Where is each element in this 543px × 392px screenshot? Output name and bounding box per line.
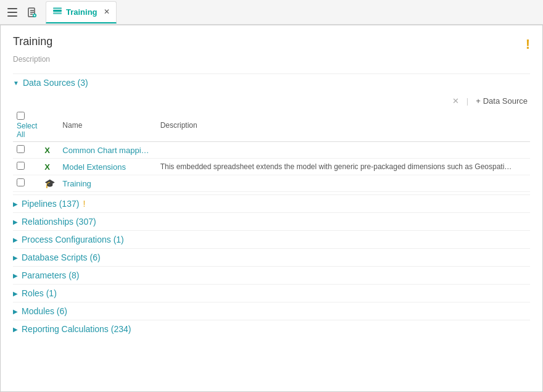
delete-source-button[interactable]: ✕ (450, 95, 462, 107)
section-label: Database Scripts (6) (22, 252, 101, 262)
section-header[interactable]: ▶ Pipelines (137) ! (13, 194, 530, 212)
chevron-right-icon: ▶ (13, 254, 18, 261)
row-checkbox[interactable] (17, 145, 25, 153)
section-label: Modules (6) (22, 306, 67, 316)
section-header[interactable]: ▶ Database Scripts (6) (13, 248, 530, 266)
add-source-button[interactable]: + Data Source (473, 95, 530, 107)
toolbar-divider: | (466, 96, 468, 106)
section-label: Roles (1) (22, 288, 57, 298)
svg-rect-1 (7, 12, 17, 13)
row-checkbox[interactable] (17, 178, 25, 186)
description-col-header: Description (157, 109, 530, 142)
source-description (157, 175, 530, 192)
section-header[interactable]: ▶ Parameters (8) (13, 266, 530, 284)
data-sources-section: ▼ Data Sources (3) ✕ | + Data Source Sel… (13, 73, 530, 192)
source-description: This embedded spreadsheet extends the mo… (157, 159, 530, 175)
other-sections: ▶ Pipelines (137) ! ▶ Relationships (307… (13, 194, 530, 338)
source-description (157, 142, 530, 159)
page-title: Training (13, 35, 52, 48)
warning-icon: ! (526, 36, 530, 52)
data-sources-toggle[interactable]: ▼ Data Sources (3) (13, 74, 530, 91)
icon-col-header (41, 109, 59, 142)
section-header[interactable]: ▶ Relationships (307) (13, 212, 530, 230)
source-name-link[interactable]: Model Extensions (62, 162, 126, 172)
chevron-right-icon: ▶ (13, 201, 18, 207)
excel-icon: X (44, 146, 50, 155)
section-label: Pipelines (137) (22, 199, 79, 209)
main-content: Training ! Description ▼ Data Sources (3… (0, 25, 543, 392)
row-checkbox[interactable] (17, 162, 25, 170)
chevron-right-icon: ▶ (13, 326, 18, 333)
tab-close-button[interactable]: ✕ (104, 7, 110, 16)
section-badge: ! (83, 199, 85, 209)
data-sources-label: Data Sources (3) (23, 78, 88, 88)
chevron-right-icon: ▶ (13, 272, 18, 279)
page-title-row: Training ! (13, 35, 530, 52)
select-all-label[interactable]: Select All (17, 122, 37, 139)
add-source-label: Data Source (483, 96, 528, 106)
new-file-icon[interactable] (23, 4, 41, 21)
svg-rect-2 (7, 15, 17, 17)
svg-rect-11 (53, 7, 62, 9)
delete-icon: ✕ (452, 96, 459, 106)
page-description: Description (13, 55, 530, 64)
chevron-down-icon: ▼ (13, 80, 19, 86)
select-all-header: Select All (13, 109, 41, 142)
section-header[interactable]: ▶ Reporting Calculations (234) (13, 320, 530, 338)
data-sources-table: Select All Name Description XCommon Char… (13, 109, 530, 192)
svg-rect-0 (7, 8, 17, 9)
svg-rect-10 (53, 10, 62, 12)
section-label: Relationships (307) (22, 217, 96, 227)
section-label: Reporting Calculations (234) (22, 324, 131, 334)
tab-stack-icon (52, 7, 62, 17)
section-label: Process Configurations (1) (22, 235, 124, 244)
table-row: 🎓Training (13, 175, 530, 192)
training-tab[interactable]: Training ✕ (46, 1, 117, 23)
chevron-right-icon: ▶ (13, 308, 18, 315)
section-header[interactable]: ▶ Modules (6) (13, 302, 530, 320)
chevron-right-icon: ▶ (13, 236, 18, 243)
table-row: XCommon Chart mappi… (13, 142, 530, 159)
chevron-right-icon: ▶ (13, 219, 18, 225)
section-header[interactable]: ▶ Process Configurations (1) (13, 230, 530, 248)
source-name-link[interactable]: Common Chart mappi… (62, 146, 149, 155)
plus-icon: + (476, 96, 481, 106)
chevron-right-icon: ▶ (13, 290, 18, 297)
section-header[interactable]: ▶ Roles (1) (13, 284, 530, 302)
top-bar: Training ✕ (0, 0, 543, 25)
graduation-icon: 🎓 (44, 178, 55, 188)
select-all-checkbox[interactable] (17, 112, 25, 120)
svg-rect-12 (53, 12, 62, 14)
source-name-link[interactable]: Training (62, 179, 91, 188)
ds-toolbar: ✕ | + Data Source (13, 91, 530, 109)
table-row: XModel ExtensionsThis embedded spreadshe… (13, 159, 530, 175)
name-col-header: Name (59, 109, 156, 142)
excel-icon: X (44, 162, 50, 172)
menu-icon[interactable] (4, 4, 21, 21)
section-label: Parameters (8) (22, 270, 79, 280)
tab-label: Training (66, 7, 97, 17)
